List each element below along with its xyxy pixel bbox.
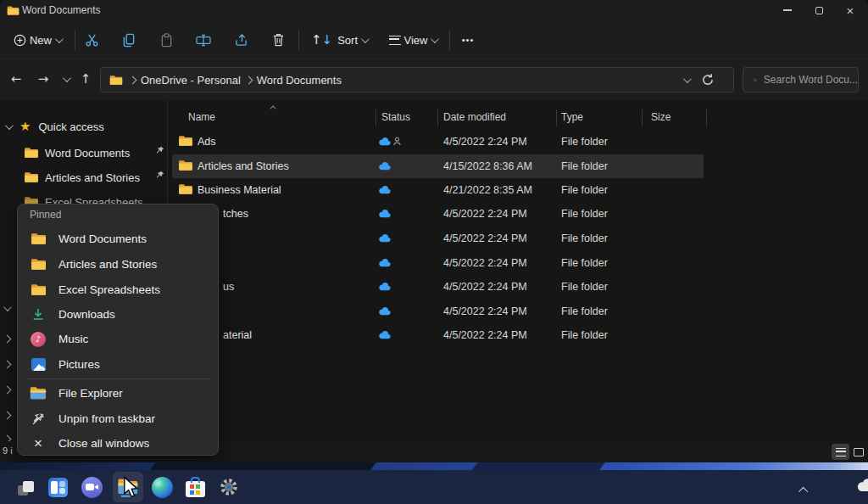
taskbar-task-view-button[interactable] xyxy=(8,472,39,502)
file-row-ads[interactable]: Ads 4/5/2022 2:24 PM File folder xyxy=(167,130,868,154)
scissors-icon xyxy=(85,33,99,48)
jumplist-item-articles-and-stories[interactable]: Articles and Stories xyxy=(21,252,216,277)
details-view-toggle[interactable] xyxy=(832,444,849,460)
task-view-icon xyxy=(12,475,36,499)
chevron-right-icon[interactable] xyxy=(3,412,12,420)
column-header-status[interactable]: Status xyxy=(381,111,410,123)
file-date: 4/5/2022 2:24 PM xyxy=(443,232,527,244)
cloud-status-icon xyxy=(378,185,391,194)
address-dropdown-icon[interactable] xyxy=(683,75,692,83)
title-bar[interactable]: Word Documents × xyxy=(0,0,868,20)
chevron-right-icon[interactable] xyxy=(3,361,12,369)
share-button[interactable] xyxy=(227,26,254,53)
cloud-status-icon xyxy=(378,330,391,339)
chevron-down-icon[interactable] xyxy=(3,303,12,311)
sidebar-item-label: Articles and Stories xyxy=(45,171,140,184)
breadcrumb-word-documents[interactable]: Word Documents xyxy=(252,74,347,87)
file-name: Business Material xyxy=(198,184,281,196)
up-arrow-icon: ↑ xyxy=(81,71,92,87)
sidebar-item-label: Quick access xyxy=(38,120,103,133)
taskbar-store-button[interactable] xyxy=(180,472,210,502)
large-icons-view-toggle[interactable] xyxy=(849,444,867,460)
view-button[interactable]: View xyxy=(380,26,446,53)
breadcrumb-onedrive[interactable]: OneDrive - Personal xyxy=(136,74,246,87)
see-more-button[interactable]: ••• xyxy=(454,26,481,53)
cut-button[interactable] xyxy=(78,26,105,53)
store-icon xyxy=(186,481,205,497)
taskbar-edge-button[interactable] xyxy=(147,472,177,502)
chevron-right-icon[interactable] xyxy=(3,386,12,395)
taskbar-widgets-button[interactable] xyxy=(42,472,73,502)
new-button[interactable]: New xyxy=(7,26,68,53)
shared-people-icon xyxy=(392,137,402,146)
sort-button[interactable]: ↑↓ Sort xyxy=(307,26,371,53)
jumplist-action-close-all[interactable]: × Close all windows xyxy=(21,431,216,456)
chevron-down-icon xyxy=(62,74,70,82)
jumplist-item-pictures[interactable]: Pictures xyxy=(21,352,216,377)
trash-icon xyxy=(272,33,285,47)
arrow-up-icon: ↑ xyxy=(311,32,322,48)
delete-button[interactable] xyxy=(264,26,292,53)
column-header-size[interactable]: Size xyxy=(651,111,670,123)
file-type: File folder xyxy=(561,305,608,317)
widgets-icon xyxy=(48,478,68,497)
taskbar-hidden-icons-button[interactable] xyxy=(801,482,808,497)
file-row[interactable]: aterial 4/5/2022 2:24 PM File folder xyxy=(167,323,868,348)
chevron-down-icon xyxy=(361,35,370,43)
file-date: 4/21/2022 8:35 AM xyxy=(443,184,532,196)
file-row-articles-and-stories[interactable]: Articles and Stories 4/15/2022 8:36 AM F… xyxy=(167,154,868,179)
sidebar-item-quick-access[interactable]: ★ Quick access xyxy=(2,115,104,138)
onedrive-cloud-icon[interactable] xyxy=(856,479,868,494)
taskbar-chat-button[interactable] xyxy=(76,472,107,502)
file-row-business-material[interactable]: Business Material 4/21/2022 8:35 AM File… xyxy=(167,178,868,203)
desktop-screen: Word Documents × New xyxy=(0,0,868,504)
sidebar-item-articles-and-stories[interactable]: Articles and Stories xyxy=(24,165,140,189)
up-button[interactable]: ↑ xyxy=(73,66,98,92)
file-row[interactable]: 4/5/2022 2:24 PM File folder xyxy=(167,227,868,251)
search-input[interactable]: Search Word Docu... xyxy=(743,67,859,92)
close-icon: × xyxy=(847,4,854,17)
jumplist-item-downloads[interactable]: Downloads xyxy=(21,302,216,327)
address-bar[interactable]: OneDrive - Personal Word Documents xyxy=(100,67,734,92)
column-header-type[interactable]: Type xyxy=(561,111,583,123)
file-name-fragment: us xyxy=(223,281,234,293)
file-row[interactable]: us 4/5/2022 2:24 PM File folder xyxy=(167,275,868,300)
folder-icon xyxy=(31,283,47,296)
plus-circle-icon xyxy=(14,34,26,47)
taskbar-settings-button[interactable] xyxy=(214,472,244,502)
file-row[interactable]: 4/5/2022 2:24 PM File folder xyxy=(167,251,868,276)
rename-button[interactable] xyxy=(190,26,217,53)
file-date: 4/5/2022 2:24 PM xyxy=(443,281,527,293)
column-header-date-modified[interactable]: Date modified xyxy=(443,111,506,123)
copy-button[interactable] xyxy=(115,26,142,53)
maximize-button[interactable] xyxy=(801,0,837,20)
jumplist-item-label: File Explorer xyxy=(58,387,123,400)
column-header-name[interactable]: Name xyxy=(188,111,215,123)
file-row[interactable]: tches 4/5/2022 2:24 PM File folder xyxy=(167,202,868,227)
pin-icon xyxy=(154,146,164,156)
arrow-down-icon: ↓ xyxy=(322,32,333,48)
cloud-status-icon xyxy=(378,209,391,218)
jumplist-item-music[interactable]: ♪ Music xyxy=(21,327,216,351)
jumplist-item-word-documents[interactable]: Word Documents xyxy=(21,227,216,251)
file-type: File folder xyxy=(561,208,608,220)
jumplist-item-label: Music xyxy=(58,333,88,345)
forward-arrow-icon: → xyxy=(38,71,49,87)
jumplist-action-file-explorer[interactable]: File Explorer xyxy=(21,381,216,406)
back-button[interactable]: ← xyxy=(3,66,29,92)
minimize-button[interactable] xyxy=(770,0,805,20)
command-toolbar: New xyxy=(0,20,868,59)
sidebar-item-word-documents[interactable]: Word Documents xyxy=(24,141,130,165)
close-button[interactable]: × xyxy=(832,0,868,20)
cloud-status-icon xyxy=(378,161,391,171)
folder-icon xyxy=(31,258,47,271)
file-type: File folder xyxy=(561,184,608,196)
chevron-right-icon[interactable] xyxy=(3,335,12,344)
file-row[interactable]: 4/5/2022 2:24 PM File folder xyxy=(167,300,868,324)
jumplist-action-unpin[interactable]: Unpin from taskbar xyxy=(21,406,216,431)
jumplist-item-label: Pictures xyxy=(58,358,100,371)
file-explorer-icon xyxy=(30,386,47,400)
jumplist-item-excel-spreadsheets[interactable]: Excel Spreadsheets xyxy=(21,277,216,302)
paste-button[interactable] xyxy=(153,26,180,53)
refresh-icon[interactable] xyxy=(701,73,715,87)
